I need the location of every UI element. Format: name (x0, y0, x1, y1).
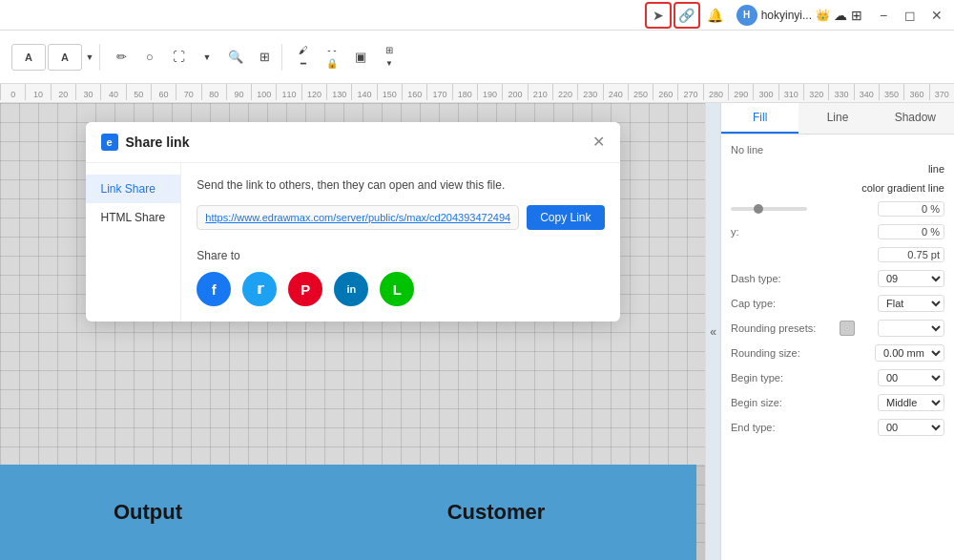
slider-row-1: 0 % (731, 197, 944, 220)
cloud-icon: ☁ (834, 8, 847, 23)
modal-sidebar: Link Share HTML Share (86, 163, 182, 321)
text-tools-group: A A ▼ (8, 44, 100, 71)
begin-type-label: Begin type: (731, 372, 807, 384)
line-weight-row: 0.75 pt (731, 243, 944, 266)
modal-main: Send the link to others, then they can o… (181, 163, 619, 321)
y-row: y: 0 % (731, 220, 944, 243)
dash-icon[interactable]: - - (319, 44, 345, 56)
end-type-label: End type: (731, 422, 807, 433)
panel-tabs: Fill Line Shadow (721, 103, 954, 135)
rounding-size-row: Rounding size: 0.00 mm (731, 341, 944, 365)
apps-icon: ⊞ (851, 8, 862, 23)
tab-fill[interactable]: Fill (721, 103, 798, 134)
toolbar-arrow-down[interactable]: ▼ (84, 44, 95, 71)
modal-title: e Share link (101, 134, 190, 151)
minimize-button[interactable]: − (870, 2, 897, 29)
begin-size-label: Begin size: (731, 397, 807, 408)
arrow-down-icon[interactable]: ▼ (194, 44, 220, 71)
no-line-row: No line (731, 140, 944, 159)
text-tool-1[interactable]: A (11, 44, 46, 71)
arrow-down-small[interactable]: ▼ (376, 57, 403, 70)
select-icon[interactable]: ▣ (347, 44, 374, 71)
format-tools-group: 🖌 ━ - - 🔒 ▣ ⊞ ▼ (286, 44, 406, 71)
dash-type-select[interactable]: 09 (878, 270, 944, 287)
draw-tools-group: ✏ ○ ⛶ ▼ 🔍 ⊞ (104, 44, 282, 71)
pencil-icon[interactable]: ✏ (108, 44, 135, 71)
circle-shape-icon[interactable]: ○ (136, 44, 163, 71)
grid-icon[interactable]: ⊞ (251, 44, 278, 71)
sidebar-item-html-share[interactable]: HTML Share (86, 203, 181, 232)
rounding-presets-label: Rounding presets: (731, 322, 816, 334)
modal-link-row: https://www.edrawmax.com/server/public/s… (197, 205, 604, 230)
dash-type-row: Dash type: 09 (731, 266, 944, 291)
pinterest-share-button[interactable]: P (288, 272, 322, 306)
share-to-label: Share to (197, 249, 604, 262)
user-info: H hokyinyi... 👑 ☁ ⊞ (729, 5, 870, 26)
ruler-numbers: 0 10 20 30 40 50 60 70 80 90 100 110 120… (0, 84, 954, 100)
modal-overlay[interactable]: e Share link ✕ Link Share HTML Share Sen… (0, 103, 705, 560)
slider-1-value[interactable]: 0 % (878, 201, 944, 217)
rounding-presets-swatch[interactable] (840, 321, 855, 336)
connect-icon[interactable]: ⊞ (376, 44, 403, 56)
cap-type-select[interactable]: Flat (878, 295, 944, 312)
dash-type-label: Dash type: (731, 273, 807, 284)
modal-close-button[interactable]: ✕ (592, 135, 605, 150)
rounding-presets-select[interactable] (878, 320, 944, 337)
restore-button[interactable]: ◻ (897, 2, 923, 29)
close-button[interactable]: ✕ (923, 2, 950, 29)
panel-collapse-button[interactable]: « (705, 103, 720, 560)
rounding-presets-row: Rounding presets: (731, 316, 944, 341)
begin-size-row: Begin size: Middle (731, 390, 944, 415)
modal-description: Send the link to others, then they can o… (197, 178, 604, 192)
right-panel: Fill Line Shadow No line line color grad… (720, 103, 954, 560)
facebook-share-button[interactable]: f (197, 272, 231, 306)
slider-1[interactable] (731, 207, 807, 211)
begin-type-select[interactable]: 00 (878, 369, 944, 386)
copy-link-button[interactable]: Copy Link (527, 205, 604, 230)
title-bar-actions: ➤ 🔗 🔔 (645, 2, 729, 29)
rounding-size-label: Rounding size: (731, 347, 807, 359)
lock-icon[interactable]: 🔒 (319, 57, 345, 70)
modal-body: Link Share HTML Share Send the link to o… (86, 163, 620, 321)
twitter-share-button[interactable]: 𝕣 (242, 272, 277, 306)
end-type-select[interactable]: 00 (878, 419, 944, 436)
linkedin-share-button[interactable]: in (334, 272, 368, 306)
modal-header: e Share link ✕ (86, 122, 620, 163)
zoom-icon[interactable]: 🔍 (222, 44, 249, 71)
text-tool-2[interactable]: A (48, 44, 82, 71)
canvas-area[interactable]: Output Customer e Share link ✕ Link Shar… (0, 103, 705, 560)
send-icon[interactable]: ➤ (645, 2, 672, 29)
color-gradient-row: color gradient line (731, 178, 944, 197)
share-icon[interactable]: 🔗 (674, 2, 700, 29)
bell-icon[interactable]: 🔔 (702, 2, 729, 29)
crown-icon: 👑 (816, 9, 830, 22)
tab-line[interactable]: Line (798, 103, 876, 134)
line-share-button[interactable]: L (380, 272, 414, 306)
sidebar-item-link-share[interactable]: Link Share (86, 175, 181, 203)
begin-type-row: Begin type: 00 (731, 365, 944, 390)
no-line-label: No line (731, 144, 763, 156)
crop-icon[interactable]: ⛶ (165, 44, 192, 71)
brush-icon[interactable]: 🖌 (290, 44, 317, 56)
ruler: 0 10 20 30 40 50 60 70 80 90 100 110 120… (0, 84, 954, 103)
tab-shadow[interactable]: Shadow (877, 103, 954, 134)
color-gradient-value: color gradient line (861, 182, 944, 194)
social-icons-row: f 𝕣 P in L (197, 272, 604, 306)
line-value: line (928, 163, 944, 175)
begin-size-select[interactable]: Middle (878, 394, 944, 411)
modal-link-url[interactable]: https://www.edrawmax.com/server/public/s… (197, 205, 519, 230)
y-label: y: (731, 226, 807, 238)
share-link-modal: e Share link ✕ Link Share HTML Share Sen… (86, 122, 620, 321)
cap-type-row: Cap type: Flat (731, 291, 944, 316)
toolbar: A A ▼ ✏ ○ ⛶ ▼ 🔍 ⊞ 🖌 ━ - - 🔒 ▣ ⊞ ▼ (0, 31, 954, 84)
line-weight-value[interactable]: 0.75 pt (878, 247, 944, 262)
rounding-size-select[interactable]: 0.00 mm (875, 344, 944, 362)
user-label: hokyinyi... (761, 9, 812, 22)
end-type-row: End type: 00 (731, 415, 944, 440)
avatar: H (736, 5, 757, 26)
edraw-logo-icon: e (101, 134, 118, 151)
line-row: line (731, 159, 944, 178)
slider-1-thumb[interactable] (754, 204, 763, 214)
y-value[interactable]: 0 % (878, 224, 944, 239)
line-style-icon[interactable]: ━ (290, 57, 317, 70)
